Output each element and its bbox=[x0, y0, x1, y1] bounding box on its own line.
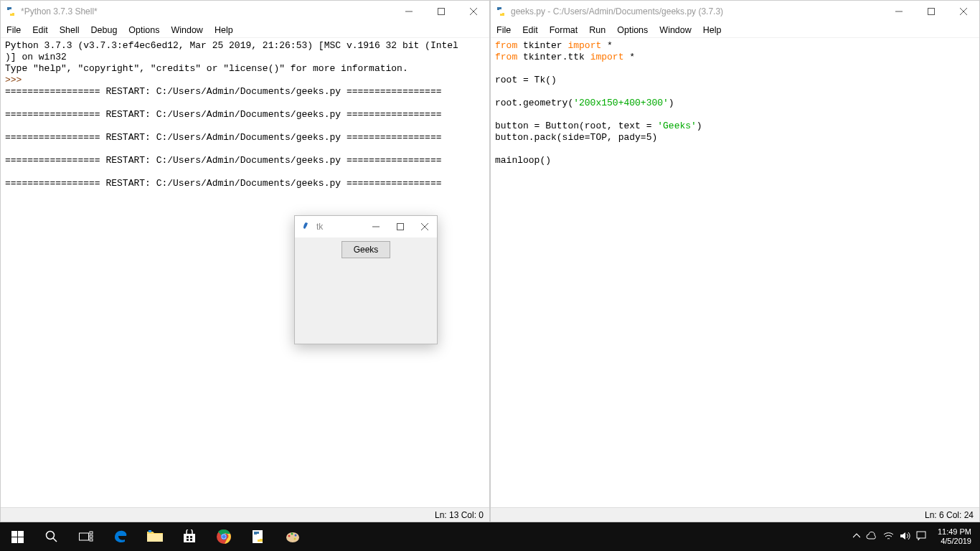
svg-rect-21 bbox=[90, 539, 93, 541]
search-icon[interactable] bbox=[34, 522, 69, 551]
tray-action-center-icon[interactable] bbox=[916, 531, 926, 543]
code-kw: import bbox=[590, 52, 624, 62]
menu-run[interactable]: Run bbox=[589, 25, 606, 35]
menu-window[interactable]: Window bbox=[659, 25, 691, 35]
menu-file[interactable]: File bbox=[6, 25, 21, 35]
tk-titlebar[interactable]: tk bbox=[295, 216, 437, 237]
svg-point-37 bbox=[294, 538, 296, 540]
svg-rect-38 bbox=[917, 532, 925, 538]
menu-window[interactable]: Window bbox=[171, 25, 202, 35]
editor-window: geeks.py - C:/Users/Admin/Documents/geek… bbox=[490, 0, 980, 522]
minimize-button[interactable] bbox=[364, 216, 388, 237]
svg-rect-22 bbox=[147, 534, 163, 542]
svg-point-35 bbox=[291, 533, 293, 535]
code-text: tkinter.ttk bbox=[517, 52, 590, 62]
taskbar-clock[interactable]: 11:49 PM 4/5/2019 bbox=[932, 527, 977, 546]
tk-window: tk Geeks bbox=[294, 215, 438, 344]
shell-line: Type "help", "copyright", "credits" or "… bbox=[5, 63, 408, 74]
geeks-button[interactable]: Geeks bbox=[341, 241, 391, 258]
menu-options[interactable]: Options bbox=[617, 25, 648, 35]
taskbar: 11:49 PM 4/5/2019 bbox=[0, 522, 980, 551]
tray-chevron-up-icon[interactable] bbox=[853, 532, 860, 542]
start-button[interactable] bbox=[0, 522, 34, 551]
store-icon[interactable] bbox=[172, 522, 207, 551]
svg-rect-5 bbox=[928, 9, 934, 15]
svg-rect-9 bbox=[397, 224, 404, 230]
svg-rect-26 bbox=[187, 539, 189, 541]
svg-rect-12 bbox=[11, 531, 17, 537]
editor-titlebar[interactable]: geeks.py - C:/Users/Admin/Documents/geek… bbox=[491, 1, 979, 22]
menu-edit[interactable]: Edit bbox=[522, 25, 538, 35]
code-text: mainloop() bbox=[495, 155, 551, 166]
tray-wifi-icon[interactable] bbox=[883, 532, 894, 542]
close-button[interactable] bbox=[457, 1, 489, 22]
close-button[interactable] bbox=[947, 1, 979, 22]
task-view-icon[interactable] bbox=[69, 522, 103, 551]
menu-edit[interactable]: Edit bbox=[32, 25, 48, 35]
minimize-button[interactable] bbox=[392, 1, 425, 22]
tray-volume-icon[interactable] bbox=[900, 531, 910, 543]
tk-title: tk bbox=[316, 222, 323, 232]
svg-rect-27 bbox=[190, 539, 192, 541]
svg-point-34 bbox=[288, 535, 291, 537]
svg-rect-1 bbox=[438, 9, 444, 15]
shell-title: *Python 3.7.3 Shell* bbox=[21, 6, 392, 17]
menu-options[interactable]: Options bbox=[128, 25, 159, 35]
shell-statusbar: Ln: 13 Col: 0 bbox=[1, 507, 489, 522]
shell-restart-line: ================= RESTART: C:/Users/Admi… bbox=[5, 178, 442, 189]
shell-restart-line: ================= RESTART: C:/Users/Admi… bbox=[5, 132, 442, 143]
shell-prompt: >>> bbox=[5, 75, 27, 85]
file-explorer-icon[interactable] bbox=[138, 522, 172, 551]
shell-restart-line: ================= RESTART: C:/Users/Admi… bbox=[5, 155, 442, 166]
edge-icon[interactable] bbox=[103, 522, 138, 551]
menu-debug[interactable]: Debug bbox=[91, 25, 118, 35]
system-tray[interactable] bbox=[847, 531, 932, 543]
editor-statusbar: Ln: 6 Col: 24 bbox=[491, 507, 979, 522]
svg-point-31 bbox=[222, 534, 226, 539]
code-text: button.pack(side=TOP, pady=5) bbox=[495, 132, 657, 143]
maximize-button[interactable] bbox=[425, 1, 457, 22]
maximize-button[interactable] bbox=[388, 216, 413, 237]
svg-rect-15 bbox=[18, 537, 24, 543]
svg-rect-14 bbox=[11, 537, 17, 543]
svg-rect-23 bbox=[149, 530, 151, 532]
tray-onedrive-icon[interactable] bbox=[866, 532, 877, 542]
shell-menubar: File Edit Shell Debug Options Window Hel… bbox=[1, 22, 489, 38]
svg-rect-20 bbox=[90, 535, 93, 537]
editor-content[interactable]: from tkinter import * from tkinter.ttk i… bbox=[491, 38, 979, 507]
menu-help[interactable]: Help bbox=[703, 25, 722, 35]
menu-shell[interactable]: Shell bbox=[60, 25, 80, 35]
chrome-icon[interactable] bbox=[207, 522, 241, 551]
code-text: root = Tk() bbox=[495, 75, 557, 85]
code-text: ) bbox=[669, 98, 674, 108]
code-text: tkinter bbox=[517, 40, 567, 51]
clock-time: 11:49 PM bbox=[938, 527, 971, 537]
shell-titlebar[interactable]: *Python 3.7.3 Shell* bbox=[1, 1, 489, 22]
close-button[interactable] bbox=[413, 216, 437, 237]
svg-point-16 bbox=[47, 532, 55, 540]
editor-cursor-position: Ln: 6 Col: 24 bbox=[925, 510, 974, 520]
menu-help[interactable]: Help bbox=[215, 25, 233, 35]
code-string: '200x150+400+300' bbox=[573, 98, 669, 108]
code-kw: from bbox=[495, 40, 517, 51]
editor-title: geeks.py - C:/Users/Admin/Documents/geek… bbox=[511, 6, 882, 17]
python-idle-icon bbox=[5, 6, 17, 17]
svg-rect-19 bbox=[90, 532, 93, 534]
tk-feather-icon bbox=[301, 222, 311, 232]
tk-body: Geeks bbox=[295, 237, 437, 344]
clock-date: 4/5/2019 bbox=[938, 537, 971, 546]
svg-line-17 bbox=[53, 538, 57, 542]
shell-restart-line: ================= RESTART: C:/Users/Admi… bbox=[5, 109, 442, 120]
minimize-button[interactable] bbox=[882, 1, 915, 22]
code-text: ) bbox=[697, 121, 702, 131]
code-text: * bbox=[623, 52, 635, 62]
menu-file[interactable]: File bbox=[496, 25, 511, 35]
maximize-button[interactable] bbox=[915, 1, 947, 22]
menu-format[interactable]: Format bbox=[550, 25, 578, 35]
svg-point-36 bbox=[295, 534, 297, 537]
idle-taskbar-icon[interactable] bbox=[241, 522, 275, 551]
paint-icon[interactable] bbox=[275, 522, 310, 551]
svg-rect-13 bbox=[18, 531, 24, 537]
editor-menubar: File Edit Format Run Options Window Help bbox=[491, 22, 979, 38]
code-text: root.geometry( bbox=[495, 98, 573, 108]
